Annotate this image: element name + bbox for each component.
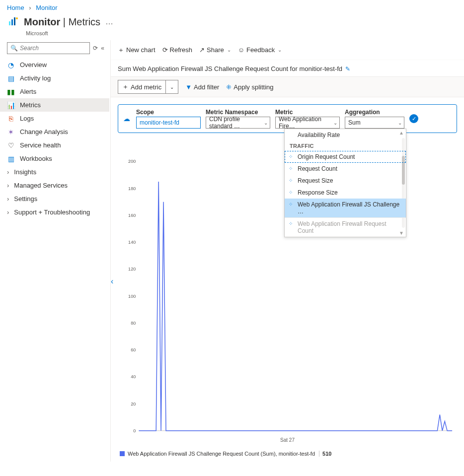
add-metric-button[interactable]: ＋Add metric [118, 80, 165, 93]
scatter-icon: ⁘ [289, 154, 293, 159]
scroll-down-icon[interactable]: ▼ [399, 230, 404, 236]
org-label: Microsoft [0, 30, 464, 36]
metric-group-traffic: TRAFFIC [285, 141, 406, 151]
nav-support[interactable]: ›Support + Troubleshooting [0, 205, 109, 219]
metric-dropdown-panel: ▲ Availability Rate TRAFFIC ⁘Origin Requ… [284, 129, 406, 237]
apply-splitting-button[interactable]: ⁜Apply splitting [226, 83, 273, 91]
scope-label: Scope [136, 109, 201, 116]
search-input[interactable] [20, 45, 86, 52]
page-header: Monitor | Metrics … [0, 15, 464, 31]
chevron-down-icon: ⌄ [170, 84, 174, 90]
collapse-icon[interactable]: « [101, 45, 104, 52]
chevron-down-icon: ⌄ [227, 47, 231, 53]
nav-change-analysis[interactable]: ✶Change Analysis [0, 125, 109, 138]
activity-log-icon: ▤ [7, 74, 15, 82]
share-icon: ↗ [199, 46, 205, 54]
namespace-label: Metric Namespace [206, 109, 270, 116]
scatter-icon: ⁘ [289, 178, 293, 183]
page-title: Monitor | Metrics [24, 16, 100, 28]
edit-title-button[interactable]: ✎ [345, 66, 350, 72]
plus-icon: ＋ [118, 46, 124, 55]
metric-opt-waf-js-challenge[interactable]: ⁘Web Application Firewall JS Challenge … [285, 199, 406, 217]
breadcrumb-home[interactable]: Home [7, 4, 24, 11]
scatter-icon: ⁘ [289, 221, 293, 226]
breadcrumb: Home › Monitor [0, 0, 464, 15]
breadcrumb-monitor[interactable]: Monitor [36, 4, 57, 11]
nav-insights[interactable]: ›Insights [0, 165, 109, 179]
confirm-check-icon[interactable]: ✓ [409, 114, 418, 123]
nav-metrics[interactable]: 📊Metrics [0, 98, 109, 112]
nav-overview[interactable]: ◔Overview [0, 58, 109, 71]
metrics-icon: 📊 [7, 101, 15, 109]
alerts-icon: ▮▮ [7, 88, 15, 96]
nav-workbooks[interactable]: ▥Workbooks [0, 152, 109, 165]
chevron-down-icon: ⌄ [264, 120, 268, 126]
x-axis-label: Sat 27 [118, 437, 457, 443]
metric-config-bar: ☁ Scope Metric Namespace CDN profile sta… [118, 104, 457, 133]
nav-activity-log[interactable]: ▤Activity log [0, 71, 109, 85]
nav-managed-services[interactable]: ›Managed Services [0, 179, 109, 192]
nav-alerts[interactable]: ▮▮Alerts [0, 85, 109, 98]
add-filter-button[interactable]: ▼Add filter [185, 83, 219, 91]
metric-opt-response-size[interactable]: ⁘Response Size [285, 187, 406, 199]
svg-text:120: 120 [128, 267, 136, 272]
metric-opt-availability-rate[interactable]: Availability Rate [285, 129, 406, 141]
metric-opt-waf-request-count[interactable]: ⁘Web Application Firewall Request Count [285, 217, 406, 237]
refresh-button[interactable]: ⟳Refresh [162, 46, 193, 54]
chart-legend: Web Application Firewall JS Challenge Re… [111, 451, 464, 457]
chevron-down-icon: ⌄ [333, 120, 337, 126]
add-metric-dropdown[interactable]: ⌄ [166, 80, 178, 93]
scope-input[interactable] [136, 117, 201, 129]
splitting-icon: ⁜ [226, 83, 232, 91]
chevron-right-icon: › [7, 195, 9, 203]
metric-select[interactable]: Web Application Fire…⌄ [275, 117, 340, 129]
svg-rect-1 [11, 19, 13, 25]
chart-title: Sum Web Application Firewall JS Challeng… [118, 65, 342, 72]
svg-text:60: 60 [131, 347, 136, 352]
pin-icon[interactable]: ⟳ [93, 45, 98, 52]
nav-service-health[interactable]: ♡Service health [0, 138, 109, 152]
svg-text:180: 180 [128, 186, 136, 191]
legend-swatch [120, 451, 125, 456]
feedback-button[interactable]: ☺Feedback⌄ [238, 46, 282, 54]
metric-opt-origin-request-count[interactable]: ⁘Origin Request Count [285, 151, 406, 163]
title-main: Monitor [24, 16, 60, 27]
plus-icon: ＋ [122, 82, 129, 91]
workbooks-icon: ▥ [7, 155, 15, 163]
scatter-icon: ⁘ [289, 190, 293, 195]
scatter-icon: ⁘ [289, 202, 293, 207]
cloud-icon: ☁ [123, 115, 130, 123]
nav-settings[interactable]: ›Settings [0, 192, 109, 205]
svg-text:100: 100 [128, 294, 136, 299]
search-icon: 🔍 [10, 45, 18, 52]
health-icon: ♡ [7, 141, 15, 149]
aggregation-select[interactable]: Sum⌄ [345, 117, 404, 129]
chart-toolbar: ＋New chart ⟳Refresh ↗Share⌄ ☺Feedback⌄ [111, 40, 464, 60]
svg-text:0: 0 [133, 428, 136, 433]
add-metric-split-button[interactable]: ＋Add metric ⌄ [118, 80, 178, 94]
svg-text:80: 80 [131, 321, 136, 326]
svg-text:20: 20 [131, 402, 136, 407]
more-button[interactable]: … [105, 17, 113, 26]
overview-icon: ◔ [7, 61, 15, 69]
metric-toolbar: ＋Add metric ⌄ ▼Add filter ⁜Apply splitti… [111, 76, 464, 97]
nav-logs[interactable]: ⎘Logs [0, 112, 109, 125]
logs-icon: ⎘ [7, 115, 15, 123]
new-chart-button[interactable]: ＋New chart [118, 46, 155, 55]
share-button[interactable]: ↗Share⌄ [199, 46, 231, 54]
chevron-down-icon: ⌄ [278, 47, 282, 53]
title-sub: Metrics [69, 16, 100, 27]
refresh-icon: ⟳ [162, 46, 168, 54]
svg-rect-2 [14, 17, 15, 25]
svg-text:40: 40 [131, 374, 136, 379]
svg-text:200: 200 [128, 159, 136, 164]
namespace-select[interactable]: CDN profile standard …⌄ [206, 117, 270, 129]
metric-opt-request-count[interactable]: ⁘Request Count [285, 163, 406, 175]
metric-opt-request-size[interactable]: ⁘Request Size [285, 175, 406, 187]
breadcrumb-sep: › [29, 4, 31, 11]
monitor-logo-icon [7, 15, 20, 28]
smiley-icon: ☺ [238, 46, 244, 54]
search-box[interactable]: 🔍 [7, 42, 90, 54]
chart-collapse-button[interactable]: ‹ [111, 277, 113, 286]
legend-value: 510 [319, 451, 331, 457]
